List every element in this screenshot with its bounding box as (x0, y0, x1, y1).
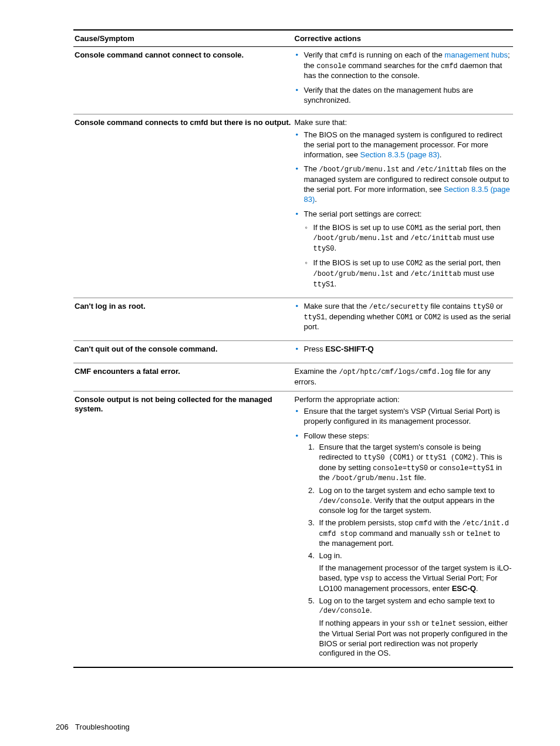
action-cell: Make sure that: The BIOS on the managed … (294, 114, 514, 298)
step-item: Log in. If the management processor of t… (317, 551, 512, 593)
list-item: Make sure that the /etc/securetty file c… (295, 302, 512, 332)
action-cell: Make sure that the /etc/securetty file c… (294, 298, 514, 341)
section-link[interactable]: Section 8.3.5 (page 83) (360, 150, 440, 159)
sub-list-item: If the BIOS is set up to use COM1 as the… (304, 223, 512, 254)
step-item: Log on to the target system and echo sam… (317, 596, 512, 659)
list-item: The BIOS on the managed system is config… (295, 130, 512, 160)
page-footer: 206 Troubleshooting (56, 723, 130, 731)
list-item: The /boot/grub/menu.lst and /etc/inittab… (295, 164, 512, 204)
step-item: If the problem persists, stop cmfd with … (317, 518, 512, 549)
list-item: Verify that the dates on the management … (295, 86, 512, 106)
list-item: The serial port settings are correct: If… (295, 210, 512, 289)
step-item: Log on to the target system and echo sam… (317, 486, 512, 516)
list-item: Follow these steps: Ensure that the targ… (295, 431, 512, 659)
action-cell: Verify that cmfd is running on each of t… (294, 47, 514, 114)
table-row: CMF encounters a fatal error. Examine th… (73, 363, 513, 391)
management-hubs-link[interactable]: management hubs (444, 50, 508, 59)
step-item: Ensure that the target system's console … (317, 443, 512, 484)
page: Cause/Symptom Corrective actions Console… (0, 0, 560, 746)
cause-cell: Console output is not being collected fo… (73, 391, 294, 667)
list-item: Press ESC-SHIFT-Q (295, 345, 512, 355)
sub-list-item: If the BIOS is set up to use COM2 as the… (304, 258, 512, 289)
header-cause: Cause/Symptom (73, 30, 294, 47)
cause-cell: Can't quit out of the console command. (73, 341, 294, 363)
cause-cell: Console command cannot connect to consol… (73, 47, 294, 114)
troubleshooting-table: Cause/Symptom Corrective actions Console… (73, 29, 513, 668)
table-row: Console command cannot connect to consol… (73, 47, 513, 114)
section-title: Troubleshooting (75, 723, 130, 731)
action-cell: Examine the /opt/hptc/cmf/logs/cmfd.log … (294, 363, 514, 391)
action-cell: Press ESC-SHIFT-Q (294, 341, 514, 363)
list-item: Ensure that the target system's VSP (Vir… (295, 407, 512, 427)
cause-cell: Can't log in as root. (73, 298, 294, 341)
header-action: Corrective actions (294, 30, 514, 47)
cause-cell: Console command connects to cmfd but the… (73, 114, 294, 298)
action-cell: Perform the appropriate action: Ensure t… (294, 391, 514, 667)
table-row: Can't log in as root. Make sure that the… (73, 298, 513, 341)
list-item: Verify that cmfd is running on each of t… (295, 50, 512, 81)
page-number: 206 (56, 723, 69, 731)
table-row: Can't quit out of the console command. P… (73, 341, 513, 363)
table-row: Console command connects to cmfd but the… (73, 114, 513, 298)
table-row: Console output is not being collected fo… (73, 391, 513, 667)
cause-cell: CMF encounters a fatal error. (73, 363, 294, 391)
